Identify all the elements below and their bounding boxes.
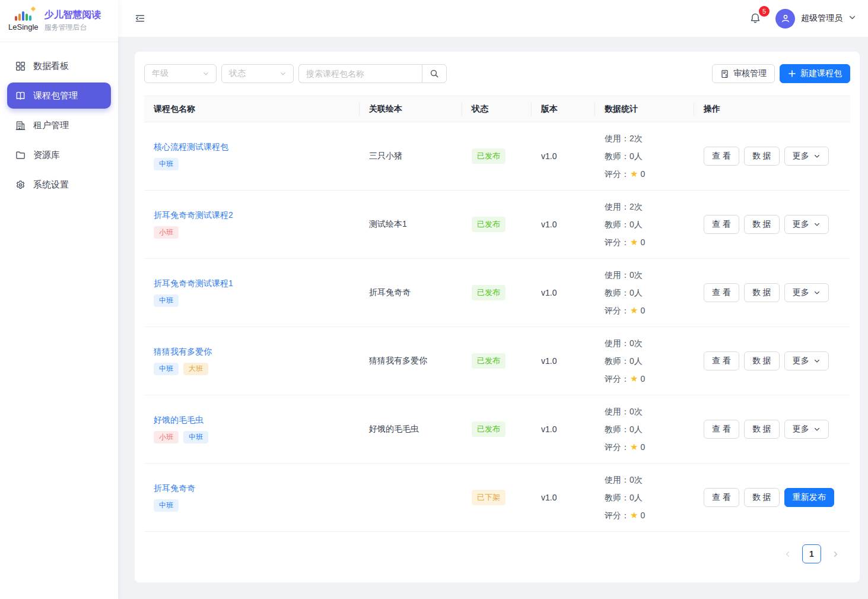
view-button[interactable]: 查 看 xyxy=(704,351,739,370)
create-package-button[interactable]: 新建课程包 xyxy=(780,64,850,83)
sidebar-item-course-packages[interactable]: 课程包管理 xyxy=(7,83,111,109)
sidebar-item-resources[interactable]: 资源库 xyxy=(7,142,111,168)
table-row: 折耳兔奇奇测试课程2 小班 测试绘本1 已发布 v1.0 使用：2次 教师：0人… xyxy=(144,191,850,259)
review-management-button[interactable]: 审核管理 xyxy=(712,64,775,83)
prev-page-icon[interactable] xyxy=(781,548,794,560)
status-badge: 已发布 xyxy=(472,353,505,369)
table-body: 核心流程测试课程包 中班 三只小猪 已发布 v1.0 使用：2次 教师：0人 评… xyxy=(144,122,850,532)
table-header: 课程包名称 关联绘本 状态 版本 数据统计 操作 xyxy=(144,96,850,122)
view-button[interactable]: 查 看 xyxy=(704,420,739,439)
status-badge: 已发布 xyxy=(472,285,505,300)
republish-button[interactable]: 重新发布 xyxy=(784,488,834,507)
grade-tag: 中班 xyxy=(183,431,208,443)
rating-value: 0 xyxy=(640,302,645,319)
teachers-value: 0人 xyxy=(629,147,643,165)
search-input[interactable] xyxy=(298,64,422,83)
sidebar-item-label: 系统设置 xyxy=(33,179,69,191)
package-name-link[interactable]: 猜猜我有多爱你 xyxy=(154,347,212,357)
table-row: 折耳兔奇奇测试课程1 中班 折耳兔奇奇 已发布 v1.0 使用：0次 教师：0人… xyxy=(144,259,850,327)
sidebar-item-tenants[interactable]: 租户管理 xyxy=(7,112,111,138)
book-cell: 测试绘本1 xyxy=(360,219,462,230)
next-page-icon[interactable] xyxy=(829,548,842,560)
package-name-link[interactable]: 好饿的毛毛虫 xyxy=(154,415,204,426)
usage-value: 0次 xyxy=(629,402,643,420)
search-button[interactable] xyxy=(422,64,447,83)
more-button[interactable]: 更多 xyxy=(784,215,829,234)
package-name-link[interactable]: 核心流程测试课程包 xyxy=(154,142,228,153)
page-number[interactable]: 1 xyxy=(802,544,821,563)
menu-fold-icon[interactable] xyxy=(132,11,148,26)
chevron-down-icon xyxy=(813,357,821,365)
chevron-down-icon xyxy=(813,289,821,296)
column-header: 操作 xyxy=(694,104,850,115)
search-group xyxy=(298,64,447,83)
chevron-down-icon xyxy=(813,221,821,228)
package-name-link[interactable]: 折耳兔奇奇测试课程2 xyxy=(154,210,233,221)
column-header: 状态 xyxy=(462,104,532,115)
sidebar: LeSingle 少儿智慧阅读 服务管理后台 数据看板 课程包管理 xyxy=(0,0,118,599)
folder-icon xyxy=(15,150,26,160)
topbar: 5 超级管理员 xyxy=(118,0,868,37)
content: 年级 状态 xyxy=(118,37,868,599)
version-cell: v1.0 xyxy=(532,356,595,366)
grade-tags: 中班 xyxy=(154,294,350,306)
rating-value: 0 xyxy=(640,438,645,456)
grade-select[interactable]: 年级 xyxy=(144,64,217,83)
data-button[interactable]: 数 据 xyxy=(744,147,780,166)
sidebar-item-label: 租户管理 xyxy=(33,120,69,131)
star-icon: ★ xyxy=(630,233,638,251)
star-icon: ★ xyxy=(630,370,638,388)
more-button[interactable]: 更多 xyxy=(784,283,829,302)
grade-tag: 大班 xyxy=(183,363,208,375)
grade-tag: 中班 xyxy=(154,158,179,170)
data-button[interactable]: 数 据 xyxy=(744,351,780,370)
data-button[interactable]: 数 据 xyxy=(744,215,780,234)
teachers-value: 0人 xyxy=(629,352,643,370)
brand-subtitle: 服务管理后台 xyxy=(44,23,101,33)
package-name-link[interactable]: 折耳兔奇奇测试课程1 xyxy=(154,278,233,289)
actions-cell: 查 看数 据更多 xyxy=(694,420,850,439)
grade-tags: 中班 xyxy=(154,499,350,511)
view-button[interactable]: 查 看 xyxy=(704,147,739,166)
status-badge: 已发布 xyxy=(472,217,505,232)
status-select[interactable]: 状态 xyxy=(221,64,294,83)
main-column: 5 超级管理员 年级 状态 xyxy=(118,0,868,599)
version-cell: v1.0 xyxy=(532,151,595,161)
view-button[interactable]: 查 看 xyxy=(704,488,739,507)
column-header: 关联绘本 xyxy=(360,104,462,115)
lesingle-logo-icon: LeSingle xyxy=(8,10,39,31)
version-cell: v1.0 xyxy=(532,220,595,229)
usage-value: 2次 xyxy=(629,129,643,147)
grade-tags: 小班 xyxy=(154,226,350,238)
star-icon: ★ xyxy=(630,165,638,183)
status-badge: 已发布 xyxy=(472,421,505,437)
chevron-down-icon xyxy=(848,13,856,24)
filter-bar: 年级 状态 xyxy=(144,52,850,96)
column-header: 数据统计 xyxy=(595,104,694,115)
data-button[interactable]: 数 据 xyxy=(744,420,780,439)
usage-value: 0次 xyxy=(629,471,643,489)
sidebar-item-dashboard[interactable]: 数据看板 xyxy=(7,53,111,79)
status-badge: 已下架 xyxy=(472,490,505,505)
user-menu[interactable]: 超级管理员 xyxy=(775,9,856,28)
grade-tag: 中班 xyxy=(154,294,179,306)
sidebar-item-settings[interactable]: 系统设置 xyxy=(7,172,111,198)
stats-cell: 使用：0次 教师：0人 评分：★0 xyxy=(595,402,694,456)
view-button[interactable]: 查 看 xyxy=(704,215,739,234)
data-button[interactable]: 数 据 xyxy=(744,283,780,302)
plus-icon xyxy=(788,69,796,78)
package-name-link[interactable]: 折耳兔奇奇 xyxy=(154,483,195,494)
sidebar-item-label: 课程包管理 xyxy=(33,90,78,102)
more-button[interactable]: 更多 xyxy=(784,147,829,166)
more-button[interactable]: 更多 xyxy=(784,351,829,370)
more-button[interactable]: 更多 xyxy=(784,420,829,439)
book-cell: 好饿的毛毛虫 xyxy=(360,424,462,435)
data-button[interactable]: 数 据 xyxy=(744,488,780,507)
table-row: 折耳兔奇奇 中班 已下架 v1.0 使用：0次 教师：0人 评分：★0 查 看数… xyxy=(144,464,850,532)
view-button[interactable]: 查 看 xyxy=(704,283,739,302)
chevron-down-icon xyxy=(813,153,821,160)
chevron-down-icon xyxy=(279,70,287,77)
column-header: 课程包名称 xyxy=(144,104,360,115)
brand-logo: LeSingle 少儿智慧阅读 服务管理后台 xyxy=(0,0,118,42)
rating-value: 0 xyxy=(640,370,645,388)
